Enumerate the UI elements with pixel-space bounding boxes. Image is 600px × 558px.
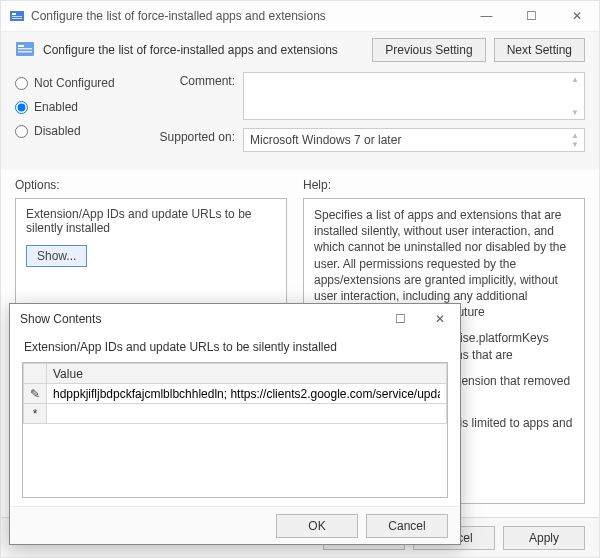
show-button[interactable]: Show... bbox=[26, 245, 87, 267]
radio-enabled-input[interactable] bbox=[15, 101, 28, 114]
modal-label: Extension/App IDs and update URLs to be … bbox=[24, 340, 448, 354]
help-header: Help: bbox=[303, 178, 585, 192]
radio-not-configured-input[interactable] bbox=[15, 77, 28, 90]
grid-rownew-value-cell[interactable] bbox=[47, 404, 447, 424]
meta-column: Comment: ▲▼ Supported on: Microsoft Wind… bbox=[145, 72, 585, 160]
grid-row1-marker: ✎ bbox=[24, 384, 47, 404]
modal-body: Extension/App IDs and update URLs to be … bbox=[10, 334, 460, 506]
modal-cancel-button[interactable]: Cancel bbox=[366, 514, 448, 538]
radio-not-configured[interactable]: Not Configured bbox=[15, 76, 135, 90]
previous-setting-button[interactable]: Previous Setting bbox=[372, 38, 485, 62]
app-icon bbox=[9, 8, 25, 24]
supported-value-box: Microsoft Windows 7 or later ▲▼ bbox=[243, 128, 585, 152]
config-header-area: Configure the list of force-installed ap… bbox=[1, 31, 599, 170]
next-setting-button[interactable]: Next Setting bbox=[494, 38, 585, 62]
options-header: Options: bbox=[15, 178, 287, 192]
maximize-button[interactable]: ☐ bbox=[509, 1, 554, 31]
grid-row1-input[interactable] bbox=[53, 387, 440, 401]
modal-maximize-button[interactable]: ☐ bbox=[380, 304, 420, 334]
values-grid[interactable]: Value ✎ * bbox=[22, 362, 448, 498]
window-buttons: — ☐ ✕ bbox=[464, 1, 599, 31]
policy-icon bbox=[15, 39, 35, 62]
close-button[interactable]: ✕ bbox=[554, 1, 599, 31]
apply-button[interactable]: Apply bbox=[503, 526, 585, 550]
supported-label: Supported on: bbox=[145, 128, 235, 144]
svg-rect-6 bbox=[18, 48, 32, 50]
grid-row-new[interactable]: * bbox=[24, 404, 447, 424]
titlebar: Configure the list of force-installed ap… bbox=[1, 1, 599, 31]
comment-label: Comment: bbox=[145, 72, 235, 88]
comment-textarea[interactable]: ▲▼ bbox=[243, 72, 585, 120]
show-contents-dialog: Show Contents ☐ ✕ Extension/App IDs and … bbox=[9, 303, 461, 545]
minimize-button[interactable]: — bbox=[464, 1, 509, 31]
grid-row1-value-cell[interactable] bbox=[47, 384, 447, 404]
svg-rect-5 bbox=[18, 45, 24, 47]
radio-disabled-label: Disabled bbox=[34, 124, 81, 138]
modal-footer: OK Cancel bbox=[10, 506, 460, 544]
svg-rect-2 bbox=[12, 16, 22, 17]
svg-rect-3 bbox=[12, 18, 22, 19]
grid-col-value[interactable]: Value bbox=[47, 364, 447, 384]
radio-enabled[interactable]: Enabled bbox=[15, 100, 135, 114]
grid-rownew-marker: * bbox=[24, 404, 47, 424]
radio-not-configured-label: Not Configured bbox=[34, 76, 115, 90]
grid-header-row: Value bbox=[24, 364, 447, 384]
window-title: Configure the list of force-installed ap… bbox=[31, 9, 464, 23]
modal-title: Show Contents bbox=[20, 312, 101, 326]
grid-corner bbox=[24, 364, 47, 384]
state-radio-group: Not Configured Enabled Disabled bbox=[15, 72, 135, 160]
radio-disabled[interactable]: Disabled bbox=[15, 124, 135, 138]
grid-row-1[interactable]: ✎ bbox=[24, 384, 447, 404]
policy-editor-window: Configure the list of force-installed ap… bbox=[0, 0, 600, 558]
svg-rect-7 bbox=[18, 51, 32, 53]
modal-ok-button[interactable]: OK bbox=[276, 514, 358, 538]
radio-disabled-input[interactable] bbox=[15, 125, 28, 138]
radio-enabled-label: Enabled bbox=[34, 100, 78, 114]
supported-scroll[interactable]: ▲▼ bbox=[568, 131, 582, 149]
comment-scroll[interactable]: ▲▼ bbox=[568, 75, 582, 117]
modal-close-button[interactable]: ✕ bbox=[420, 304, 460, 334]
policy-heading: Configure the list of force-installed ap… bbox=[43, 43, 364, 57]
supported-value: Microsoft Windows 7 or later bbox=[250, 133, 401, 147]
options-caption: Extension/App IDs and update URLs to be … bbox=[26, 207, 276, 235]
svg-rect-1 bbox=[12, 13, 16, 15]
modal-titlebar: Show Contents ☐ ✕ bbox=[10, 304, 460, 334]
